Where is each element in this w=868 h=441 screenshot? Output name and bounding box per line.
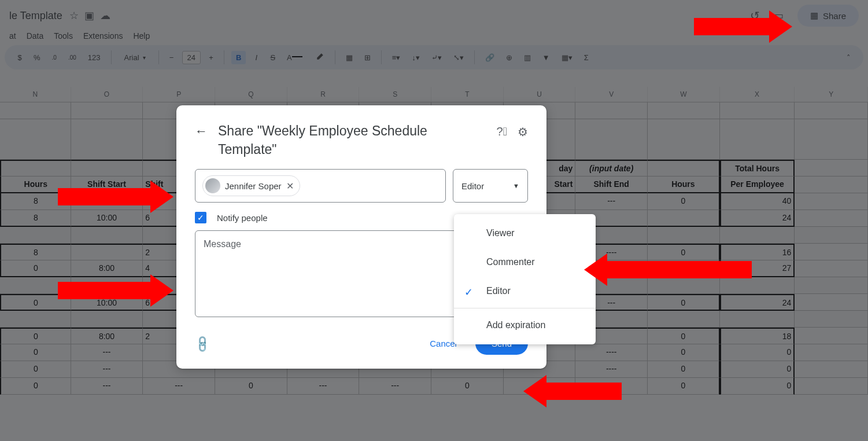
role-dropdown-menu: Viewer Commenter ✓Editor Add expiration xyxy=(454,214,596,344)
role-option-editor[interactable]: ✓Editor xyxy=(454,277,596,306)
copy-link-icon[interactable]: 🔗 xyxy=(192,334,212,354)
role-select[interactable]: Editor ▼ xyxy=(453,169,528,203)
avatar xyxy=(205,178,220,193)
role-option-label: Commenter xyxy=(486,257,535,267)
dialog-head-icons: ?⃝ ⚙ xyxy=(497,125,528,139)
role-option-expiration[interactable]: Add expiration xyxy=(454,311,596,340)
role-label: Editor xyxy=(461,181,484,191)
role-option-label: Add expiration xyxy=(486,320,545,330)
dialog-title: Share "Weekly Employee Schedule Template… xyxy=(218,122,486,159)
message-placeholder: Message xyxy=(204,239,241,249)
person-chip[interactable]: Jennifer Soper ✕ xyxy=(202,175,300,196)
check-icon: ✓ xyxy=(464,286,473,299)
role-option-commenter[interactable]: Commenter xyxy=(454,248,596,277)
role-option-label: Editor xyxy=(486,286,511,296)
chevron-down-icon: ▼ xyxy=(513,182,519,189)
share-input-row: Jennifer Soper ✕ Editor ▼ xyxy=(195,169,528,203)
people-input[interactable]: Jennifer Soper ✕ xyxy=(195,169,446,203)
back-icon[interactable]: ← xyxy=(195,124,208,139)
gear-icon[interactable]: ⚙ xyxy=(518,125,528,139)
role-option-label: Viewer xyxy=(486,228,515,238)
dialog-header: ← Share "Weekly Employee Schedule Templa… xyxy=(195,122,528,159)
help-icon[interactable]: ?⃝ xyxy=(497,125,507,139)
role-option-viewer[interactable]: Viewer xyxy=(454,219,596,248)
notify-label: Notify people xyxy=(217,213,268,223)
menu-divider xyxy=(454,308,596,308)
person-name: Jennifer Soper xyxy=(225,181,282,191)
remove-chip-icon[interactable]: ✕ xyxy=(286,181,294,192)
notify-checkbox[interactable]: ✓ xyxy=(195,212,206,223)
